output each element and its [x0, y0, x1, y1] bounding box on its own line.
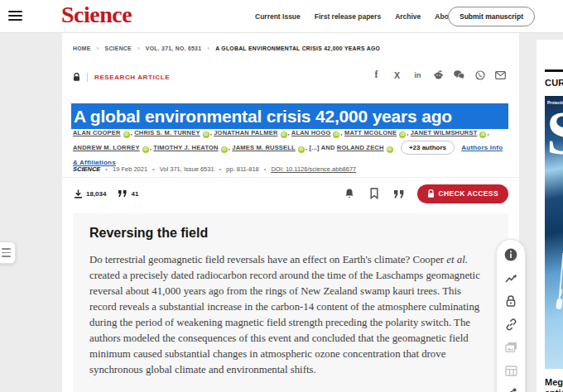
- downloads-count: 18,034: [86, 190, 106, 198]
- wechat-icon[interactable]: [454, 69, 464, 80]
- orcid-icon[interactable]: iD: [221, 146, 228, 153]
- article-meta-row: SCIENCE • 19 Feb 2021 • Vol 371, Issue 6…: [73, 165, 356, 173]
- orcid-icon[interactable]: iD: [479, 131, 486, 138]
- lock-icon: [427, 189, 435, 198]
- breadcrumb-item[interactable]: A GLOBAL ENVIRONMENTAL CRISIS 42,000 YEA…: [215, 45, 380, 51]
- breadcrumb-separator-icon: ›: [97, 45, 99, 52]
- orcid-icon[interactable]: iD: [387, 146, 393, 153]
- linkedin-icon[interactable]: in: [412, 69, 423, 80]
- downloads-metric: 18,034: [73, 189, 106, 198]
- metrics-row: 18,034 41 CHECK ACCESS: [73, 184, 508, 203]
- orcid-icon[interactable]: iD: [399, 131, 406, 138]
- news-item-title[interactable]: Megas antide: [545, 377, 563, 392]
- bookmark-icon[interactable]: [368, 188, 381, 200]
- author-link[interactable]: JAMES M. RUSSELL: [232, 144, 296, 151]
- orcid-icon[interactable]: iD: [298, 146, 305, 153]
- share-icon[interactable]: [504, 387, 517, 392]
- share-icons-row: fXin: [371, 69, 506, 80]
- author-link[interactable]: ROLAND ZECH: [337, 144, 384, 151]
- pub-date: 19 Feb 2021: [113, 165, 147, 173]
- separator: •: [219, 165, 222, 173]
- link-icon[interactable]: [504, 318, 517, 331]
- orcid-icon[interactable]: iD: [123, 131, 130, 138]
- reddit-icon[interactable]: [433, 69, 444, 80]
- check-access-button[interactable]: CHECK ACCESS: [417, 184, 509, 203]
- x-twitter-icon[interactable]: X: [392, 69, 402, 80]
- current-issue-heading: CURRENT ISSUE: [545, 78, 563, 88]
- breadcrumb: HOME›SCIENCE›VOL. 371, NO. 6531›A GLOBAL…: [73, 45, 380, 52]
- author-link[interactable]: MATT MCGLONE: [344, 129, 397, 136]
- submit-manuscript-button[interactable]: Submit manuscript: [448, 7, 535, 26]
- summary-paragraph: Do terrestrial geomagnetic field reversa…: [89, 252, 488, 378]
- volume-issue: Vol 371, Issue 6531: [160, 165, 214, 173]
- whatsapp-icon[interactable]: [474, 69, 485, 80]
- nav-item[interactable]: Archive: [395, 12, 421, 21]
- authors-list: ALAN COOPERiD, CHRIS S. M. TURNEYiD, JON…: [73, 126, 508, 170]
- cover-masthead-letter: S: [546, 103, 563, 164]
- authors-ellipsis: [...] AND: [309, 144, 336, 151]
- cover-image-detail: [556, 299, 563, 310]
- separator: •: [152, 165, 155, 173]
- article-type-badge: RESEARCH ARTICLE: [94, 74, 170, 81]
- info-icon[interactable]: [504, 248, 517, 261]
- journal-name: SCIENCE: [73, 165, 100, 173]
- breadcrumb-separator-icon: ›: [207, 45, 209, 52]
- divider: [87, 73, 88, 82]
- toc-float-button[interactable]: [0, 241, 16, 264]
- current-issue-cover[interactable]: S Protecting ground: [545, 96, 563, 369]
- science-logo[interactable]: Science: [61, 2, 132, 28]
- orcid-icon[interactable]: iD: [142, 146, 149, 153]
- download-icon: [73, 189, 83, 198]
- author-link[interactable]: CHRIS S. M. TURNEY: [134, 129, 200, 136]
- tables-icon[interactable]: [504, 364, 517, 377]
- lock-icon: [73, 73, 80, 82]
- orcid-icon[interactable]: iD: [333, 131, 339, 138]
- author-link[interactable]: JANET WILMSHURST: [411, 129, 478, 136]
- right-rail: CURRENT ISSUE S Protecting ground Megas …: [537, 40, 563, 392]
- doi-link[interactable]: DOI: 10.1126/science.abb8677: [271, 165, 356, 173]
- author-link[interactable]: TIMOTHY J. HEATON: [153, 144, 218, 151]
- citation-quote-icon: [118, 189, 128, 198]
- breadcrumb-item[interactable]: HOME: [73, 45, 91, 51]
- hamburger-menu-icon[interactable]: [8, 11, 22, 22]
- access-lock-icon[interactable]: [504, 294, 517, 308]
- figures-icon[interactable]: [504, 341, 517, 354]
- alerts-bell-icon[interactable]: [344, 188, 356, 200]
- cover-kicker-text: Protecting ground: [547, 100, 563, 106]
- divider: [62, 177, 519, 178]
- check-access-label: CHECK ACCESS: [439, 189, 499, 198]
- separator: •: [264, 165, 267, 173]
- nav-item[interactable]: Current Issue: [255, 12, 301, 21]
- editors-summary-box: Reversing the field Do terrestrial geoma…: [73, 213, 508, 392]
- cite-quote-icon[interactable]: [393, 188, 406, 200]
- orcid-icon[interactable]: iD: [203, 131, 209, 138]
- action-icons: [344, 188, 406, 200]
- main-nav: Current IssueFirst release papersArchive…: [255, 0, 460, 33]
- breadcrumb-item[interactable]: SCIENCE: [105, 45, 132, 51]
- orcid-icon[interactable]: iD: [281, 131, 287, 138]
- citations-count: 41: [131, 190, 138, 198]
- breadcrumb-separator-icon: ›: [137, 45, 140, 52]
- email-icon[interactable]: [495, 69, 506, 80]
- author-link[interactable]: ALAN HOGG: [291, 129, 331, 136]
- article-toolbar: [496, 239, 526, 392]
- metrics-icon[interactable]: [504, 271, 517, 284]
- cover-image-detail: [559, 253, 563, 299]
- more-authors-button[interactable]: +23 authors: [401, 141, 455, 155]
- article-card: HOME›SCIENCE›VOL. 371, NO. 6531›A GLOBAL…: [62, 33, 519, 392]
- article-badge-row: RESEARCH ARTICLE: [73, 71, 170, 83]
- section-rule: [545, 69, 563, 72]
- science-article-page: Science Current IssueFirst release paper…: [0, 0, 563, 392]
- pages: pp. 811-818: [226, 165, 258, 173]
- author-link[interactable]: ALAN COOPER: [73, 129, 121, 136]
- nav-item[interactable]: First release papers: [315, 12, 381, 21]
- site-header: Science Current IssueFirst release paper…: [0, 0, 563, 33]
- facebook-icon[interactable]: f: [371, 69, 382, 80]
- breadcrumb-item[interactable]: VOL. 371, NO. 6531: [146, 45, 201, 51]
- author-link[interactable]: ANDREW M. LORREY: [73, 144, 140, 151]
- summary-heading: Reversing the field: [89, 226, 492, 241]
- separator: •: [105, 165, 108, 173]
- author-link[interactable]: JONATHAN PALMER: [214, 129, 277, 136]
- citations-metric: 41: [118, 189, 138, 198]
